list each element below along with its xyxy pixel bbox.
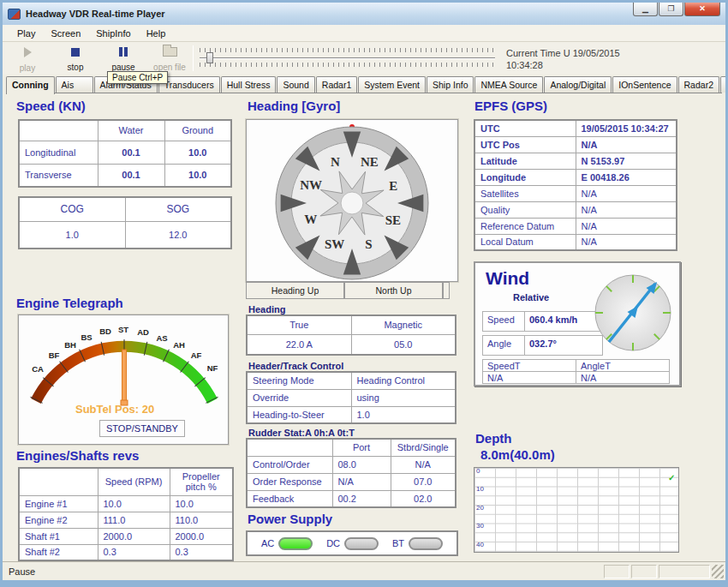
rudder-value: 00.2	[332, 490, 391, 507]
depth-title: Depth	[475, 431, 512, 446]
engines-col-pitch: Propeller pitch %	[170, 468, 233, 495]
tab-sound[interactable]: Sound	[277, 76, 314, 93]
telegraph-label: AS	[156, 333, 167, 343]
epfs-value: N/A	[576, 218, 677, 234]
current-time-line2: 10:34:28	[506, 59, 620, 71]
heading-true-value: 22.0 A	[247, 334, 351, 355]
table-row: Shaft #1 2000.0 2000.0	[19, 528, 233, 544]
rudder-value: 07.0	[391, 473, 456, 490]
track-value: using	[351, 389, 456, 406]
power-dc-label: DC	[326, 538, 340, 548]
play-button[interactable]: play	[4, 45, 51, 72]
tab-ais[interactable]: Ais	[56, 76, 93, 93]
heading-col-true: True	[247, 315, 351, 334]
telegraph-panel: CA BF BH BS BD ST AD AS AH AF NF SubTel …	[18, 314, 229, 445]
table-row: Local Datum N/A	[474, 234, 677, 250]
power-dc-indicator	[344, 537, 379, 550]
sog-label: SOG	[125, 197, 231, 221]
telegraph-label: AF	[191, 350, 202, 360]
power-bt-label: BT	[392, 538, 404, 548]
tab-conning[interactable]: Conning	[6, 76, 55, 94]
heading-col-magnetic: Magnetic	[351, 315, 456, 334]
tab-nmea-source[interactable]: NMEA Source	[474, 76, 543, 93]
telegraph-label: NF	[207, 363, 218, 373]
heading-up-button[interactable]: Heading Up	[246, 282, 344, 299]
title-bar: Headway VDR Real-time Player ▁ ❐ ✕	[3, 3, 725, 25]
tab-radar2[interactable]: Radar2	[678, 76, 719, 93]
close-button[interactable]: ✕	[684, 3, 720, 16]
rudder-label: Control/Order	[247, 456, 332, 473]
power-ac: AC	[261, 537, 313, 550]
epfs-value: N/A	[576, 234, 677, 250]
compass-dir-sw: SW	[325, 237, 344, 251]
tab-system-event[interactable]: System Event	[358, 76, 426, 93]
maximize-button[interactable]: ❐	[659, 3, 683, 16]
tab-radar1[interactable]: Radar1	[316, 76, 357, 93]
telegraph-label: BS	[81, 332, 92, 342]
minimize-button[interactable]: ▁	[633, 3, 658, 16]
resize-grip[interactable]	[712, 565, 724, 578]
play-label: play	[4, 63, 51, 73]
depth-value: 8.0m(40.0m)	[480, 447, 555, 462]
timeline-slider[interactable]	[200, 48, 495, 69]
engine-value: 2000.0	[98, 528, 170, 544]
compass-dir-e: E	[389, 179, 397, 193]
slider-track[interactable]	[200, 52, 495, 63]
slider-thumb[interactable]	[206, 52, 213, 63]
play-icon	[24, 47, 32, 57]
power-supply-panel: AC DC BT	[246, 530, 458, 556]
tab-ship-info[interactable]: Ship Info	[427, 76, 474, 93]
pause-button[interactable]: pause	[100, 45, 146, 72]
table-row: Engine #2 111.0 110.0	[19, 512, 233, 528]
speed-value: 10.0	[164, 141, 231, 164]
table-row: Control/Order 08.0 N/A	[247, 456, 456, 473]
north-up-button[interactable]: North Up	[344, 282, 443, 299]
stop-label: stop	[52, 63, 98, 72]
table-row: Override using	[247, 389, 456, 406]
menu-shipinfo[interactable]: ShipInfo	[88, 27, 138, 40]
stop-standby-button[interactable]: STOP/STANDBY	[99, 420, 185, 437]
epfs-label: Satellites	[474, 185, 576, 201]
speed-value: 00.1	[98, 164, 164, 187]
table-row: Longitudinal 00.1 10.0	[19, 141, 231, 164]
epfs-table: UTC 19/05/2015 10:34:27 UTC Pos N/A Lati…	[474, 119, 677, 251]
telegraph-label: ST	[118, 325, 128, 334]
heading-table: True Magnetic 22.0 A 05.0	[246, 314, 456, 356]
power-bt: BT	[392, 537, 443, 550]
wind-speed-label: Speed	[482, 311, 525, 332]
engine-value: 110.0	[170, 512, 233, 528]
menu-play[interactable]: Play	[9, 27, 43, 40]
epfs-value: N 5153.97	[576, 153, 677, 169]
rudder-label: Order Response	[247, 473, 332, 490]
engine-value: 0.3	[170, 544, 233, 560]
tab-hull-stress[interactable]: Hull Stress	[221, 76, 277, 93]
compass-dir-w: W	[304, 213, 317, 226]
wind-title: Wind	[486, 268, 529, 289]
open-file-button[interactable]: open file	[146, 45, 193, 72]
telegraph-needle	[122, 350, 127, 401]
status-cell	[659, 565, 710, 578]
stop-button[interactable]: stop	[52, 45, 98, 72]
toolbar: play stop pause open file Current Time U…	[3, 42, 725, 75]
app-window: Headway VDR Real-time Player ▁ ❐ ✕ Play …	[0, 0, 728, 587]
menu-help[interactable]: Help	[139, 27, 174, 40]
engine-row-label: Shaft #2	[19, 544, 98, 560]
compass-dir-n: N	[331, 155, 340, 169]
speed-table: Water Ground Longitudinal 00.1 10.0 Tran…	[18, 119, 232, 188]
rudder-value: N/A	[391, 456, 456, 473]
speed-col-water: Water	[98, 120, 164, 141]
epfs-label: Quality	[474, 201, 576, 218]
heading-magnetic-value: 05.0	[351, 334, 456, 355]
tab-ionsentence[interactable]: IOnSentence	[612, 76, 677, 93]
menu-screen[interactable]: Screen	[43, 27, 88, 40]
engine-value: 2000.0	[170, 528, 233, 544]
tab-analog-digital[interactable]: Analog/Digital	[544, 76, 612, 93]
rudder-value: 08.0	[332, 456, 391, 473]
wind-subtitle: Relative	[513, 292, 549, 302]
epfs-label: Reference Datum	[474, 218, 576, 234]
telegraph-label: BD	[99, 326, 111, 336]
table-row: 22.0 A 05.0	[247, 334, 456, 355]
speed-value: 00.1	[98, 141, 164, 164]
status-cell	[604, 565, 630, 578]
tab-ecdis1[interactable]: ECDIS1	[720, 76, 728, 93]
